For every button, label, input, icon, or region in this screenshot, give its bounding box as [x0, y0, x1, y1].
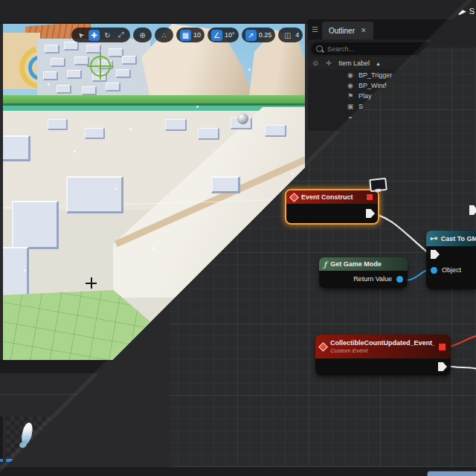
transform-gizmo-icon — [90, 56, 111, 77]
coordinate-space-button[interactable]: ⊕ — [133, 28, 152, 42]
globe-icon: ⊕ — [137, 30, 148, 41]
node-titles: CollectibleCountUpdated_Event_0 Custom E… — [330, 339, 434, 354]
wall-slab-block — [3, 135, 30, 161]
wall-block — [51, 58, 65, 67]
return-pin-row: Return Value — [349, 275, 408, 283]
cast-icon: ▸➜ — [431, 235, 437, 242]
grid-snap-control[interactable]: ▦ 10 — [176, 28, 205, 42]
exec-in-pin[interactable] — [431, 250, 440, 259]
pin-icon[interactable]: ✛ — [325, 60, 332, 67]
node-title: CollectibleCountUpdated_Event_0 — [330, 339, 434, 347]
scale-tool-button[interactable]: ⤢ — [115, 30, 126, 41]
crosshair-cursor-icon — [86, 277, 97, 289]
object-pin-label: Object — [442, 266, 461, 274]
blueprint-actor-icon: ◉ — [347, 71, 354, 79]
node-event-construct[interactable]: Event Construct — [285, 189, 379, 225]
wall-block — [67, 70, 82, 79]
exec-out-pin[interactable] — [366, 209, 375, 218]
asset-tile-partial[interactable] — [0, 416, 3, 459]
wall-block — [43, 71, 58, 80]
snap-icon: ∴ — [158, 30, 170, 41]
player-start-icon: ⚑ — [347, 92, 354, 100]
wall-slab-block — [12, 201, 59, 249]
node-cast-to-gm[interactable]: ▸➜ Cast To GM Object — [426, 231, 476, 289]
column-label: Item Label — [338, 60, 370, 67]
wall-block — [109, 48, 123, 57]
asset-selection-bar — [0, 459, 3, 462]
search-placeholder: Search... — [327, 45, 354, 53]
rotation-snap-control[interactable]: ∠ 10° — [208, 28, 239, 42]
row-label: BP_Trigger — [358, 71, 392, 79]
wall-block — [122, 56, 137, 65]
unreal-editor: ▶ S Event Construct ▸➜ — [0, 0, 476, 476]
wall-slab-block — [265, 125, 286, 137]
node-collectible-count-updated[interactable]: CollectibleCountUpdated_Event_0 Custom E… — [315, 335, 451, 376]
move-tool-button[interactable]: ✚ — [89, 30, 100, 41]
function-icon: ƒ — [324, 260, 327, 268]
select-tool-button[interactable]: ➤ — [73, 27, 89, 42]
transform-tools: ➤ ✚ ↻ ⤢ — [71, 28, 130, 42]
scale-snap-value: 0.25 — [259, 31, 272, 39]
node-get-game-mode[interactable]: ƒ Get Game Mode Return Value — [319, 257, 408, 289]
rotation-snap-value: 10° — [225, 31, 235, 39]
particle — [74, 150, 76, 152]
particle — [115, 187, 117, 190]
event-icon — [289, 193, 299, 202]
delegate-pin[interactable] — [366, 193, 373, 201]
search-icon — [316, 45, 323, 52]
angle-snap-icon: ∠ — [211, 30, 222, 41]
particle — [24, 269, 26, 271]
tab-label: Outliner — [329, 27, 355, 35]
wall-slab-block — [165, 119, 187, 131]
particle — [248, 68, 251, 71]
scale-snap-control[interactable]: ↗ 0.25 — [242, 28, 276, 42]
partial-node[interactable] — [427, 471, 476, 476]
sort-arrow-icon: ▲ — [376, 61, 381, 66]
camera-speed-control[interactable]: ◫ 4 — [278, 28, 303, 42]
wall-block — [74, 57, 89, 65]
blueprint-actor-icon: ◉ — [347, 82, 354, 89]
wall-slab-block — [211, 176, 240, 193]
wall-block — [82, 86, 97, 95]
camera-icon: ◫ — [282, 30, 293, 41]
wall-slab-block — [66, 176, 123, 213]
wall-block — [45, 45, 60, 54]
visibility-eye-icon[interactable]: ⊙ — [312, 60, 319, 67]
node-header: ƒ Get Game Mode — [319, 257, 408, 271]
node-header: ▸➜ Cast To GM — [426, 231, 476, 246]
wall-block — [57, 85, 71, 94]
node-subtitle: Custom Event — [330, 347, 434, 354]
surface-snap-button[interactable]: ∴ — [155, 28, 173, 42]
delegate-pin[interactable] — [438, 343, 446, 351]
event-icon — [318, 342, 328, 352]
node-title: Event Construct — [301, 193, 353, 201]
object-pin[interactable] — [431, 267, 437, 274]
blueprint-bottom-bar — [0, 467, 476, 476]
exec-out-pin[interactable] — [438, 362, 447, 371]
particle — [196, 106, 199, 108]
panel-list-icon: ☰ — [312, 25, 318, 33]
scene-grass — [3, 95, 305, 106]
rotate-tool-button[interactable]: ↻ — [102, 30, 113, 41]
tab-outliner[interactable]: Outliner ✕ — [322, 22, 373, 39]
node-title: Get Game Mode — [330, 260, 382, 268]
wall-block — [116, 69, 131, 78]
scene-sphere — [237, 113, 248, 124]
wall-block — [86, 45, 101, 54]
wall-block — [106, 83, 120, 91]
grid-snap-value: 10 — [193, 31, 201, 39]
viewport-toolbar: ➤ ✚ ↻ ⤢ ⊕ ∴ ▦ 10 ∠ 10° ↗ 0.25 — [71, 28, 305, 42]
node-title: Cast To GM — [441, 235, 476, 242]
particle — [152, 247, 154, 249]
return-pin-label: Return Value — [353, 275, 392, 283]
scale-snap-icon: ↗ — [245, 30, 257, 41]
return-value-pin[interactable] — [396, 276, 403, 283]
monitor-icon — [369, 178, 387, 192]
grid-snap-icon: ▦ — [180, 30, 191, 41]
wall-slab-block — [198, 128, 219, 140]
close-icon[interactable]: ✕ — [361, 27, 367, 34]
node-header: CollectibleCountUpdated_Event_0 Custom E… — [315, 335, 451, 358]
node-header: Event Construct — [286, 190, 378, 204]
static-mesh-icon: ▣ — [347, 103, 354, 110]
particle — [129, 128, 132, 130]
